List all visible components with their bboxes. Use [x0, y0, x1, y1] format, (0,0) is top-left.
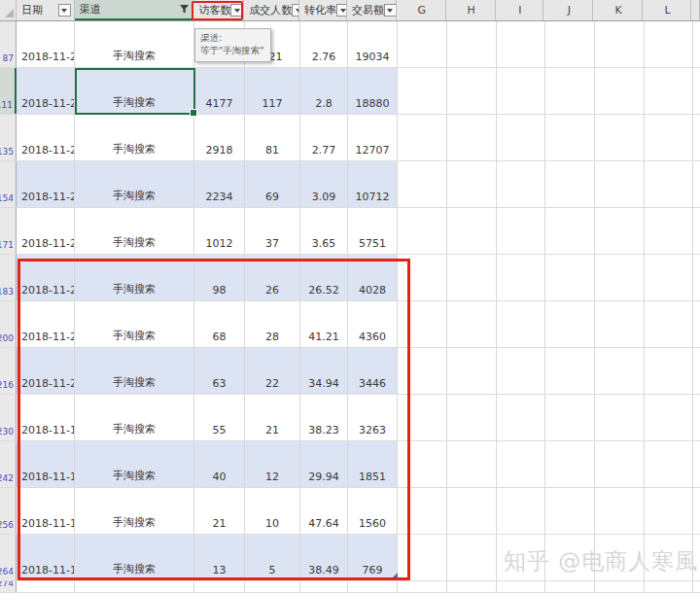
- cell-date[interactable]: 2018-11-25: [17, 115, 75, 160]
- cell-empty-j[interactable]: [545, 255, 595, 300]
- cell-empty-i[interactable]: [497, 208, 545, 254]
- cell-empty-k[interactable]: [595, 68, 645, 114]
- table-header-rate[interactable]: 转化率: [299, 0, 347, 20]
- table-header-buyers[interactable]: 成交人数: [244, 0, 299, 20]
- row-number[interactable]: 87: [0, 21, 17, 67]
- cell-empty-g[interactable]: [398, 115, 447, 160]
- cell-visitors[interactable]: 4177: [194, 68, 245, 114]
- cell-fill[interactable]: [693, 581, 700, 592]
- filter-dropdown-amount[interactable]: [384, 4, 397, 17]
- cell-empty-l[interactable]: [645, 488, 693, 534]
- row-number[interactable]: 264: [0, 535, 17, 580]
- cell-rate[interactable]: 3.65: [300, 208, 348, 254]
- cell-date[interactable]: [17, 581, 75, 592]
- cell-amount[interactable]: 5751: [348, 208, 398, 254]
- row-number[interactable]: 242: [0, 441, 17, 487]
- cell-fill[interactable]: [693, 395, 700, 440]
- cell-channel[interactable]: 手淘搜索: [75, 115, 194, 160]
- cell-empty-g[interactable]: [398, 208, 447, 254]
- cell-empty-k[interactable]: [595, 581, 645, 592]
- cell-empty-k[interactable]: [595, 255, 645, 300]
- row-number[interactable]: 111: [0, 68, 17, 114]
- column-header-k[interactable]: K: [593, 0, 643, 20]
- cell-empty-l[interactable]: [645, 255, 693, 300]
- cell-empty-i[interactable]: [497, 115, 545, 160]
- cell-empty-h[interactable]: [447, 395, 497, 440]
- cell-empty-k[interactable]: [595, 115, 645, 160]
- cell-empty-k[interactable]: [595, 208, 645, 254]
- cell-empty-l[interactable]: [645, 441, 693, 487]
- cell-empty-l[interactable]: [645, 348, 693, 394]
- cell-empty-k[interactable]: [595, 395, 645, 440]
- fill-handle[interactable]: [190, 109, 197, 117]
- cell-empty-l[interactable]: [645, 115, 693, 160]
- select-all-corner[interactable]: [0, 0, 17, 20]
- cell-fill[interactable]: [693, 115, 700, 160]
- cell-empty-l[interactable]: [645, 395, 693, 440]
- cell-empty-h[interactable]: [447, 68, 497, 114]
- column-header-g[interactable]: G: [397, 0, 446, 20]
- cell-empty-h[interactable]: [447, 441, 497, 487]
- cell-visitors[interactable]: [194, 581, 245, 592]
- cell-empty-j[interactable]: [545, 441, 595, 487]
- cell-rate[interactable]: 3.09: [300, 161, 348, 207]
- cell-empty-j[interactable]: [545, 115, 595, 160]
- cell-date[interactable]: 2018-11-26: [17, 68, 75, 114]
- column-header-j[interactable]: J: [543, 0, 593, 20]
- cell-empty-i[interactable]: [497, 68, 545, 114]
- cell-empty-h[interactable]: [447, 535, 497, 580]
- cell-buyers[interactable]: [245, 581, 300, 592]
- cell-date[interactable]: 2018-11-23: [17, 208, 75, 254]
- cell-empty-h[interactable]: [447, 161, 497, 207]
- cell-fill[interactable]: [693, 488, 700, 534]
- cell-empty-g[interactable]: [398, 161, 447, 207]
- cell-empty-i[interactable]: [497, 255, 545, 300]
- cell-fill[interactable]: [693, 68, 700, 114]
- filter-applied-funnel-icon[interactable]: [179, 4, 190, 15]
- column-header-i[interactable]: I: [496, 0, 544, 20]
- cell-rate[interactable]: [300, 581, 348, 592]
- cell-visitors[interactable]: 2918: [194, 115, 245, 160]
- table-header-channel[interactable]: 渠道: [75, 0, 194, 20]
- table-header-date[interactable]: 日期: [17, 0, 75, 20]
- cell-empty-k[interactable]: [595, 301, 645, 347]
- cell-buyers[interactable]: 117: [245, 68, 300, 114]
- cell-fill[interactable]: [693, 255, 700, 300]
- cell-empty-i[interactable]: [497, 21, 545, 67]
- row-number[interactable]: 274: [0, 581, 17, 592]
- cell-fill[interactable]: [693, 21, 700, 67]
- cell-empty-g[interactable]: [398, 21, 447, 67]
- cell-empty-h[interactable]: [447, 115, 497, 160]
- cell-empty-l[interactable]: [645, 161, 693, 207]
- cell-empty-j[interactable]: [545, 395, 595, 440]
- row-number[interactable]: 154: [0, 161, 17, 207]
- cell-visitors[interactable]: 1012: [194, 208, 245, 254]
- cell-empty-h[interactable]: [447, 21, 497, 67]
- cell-channel[interactable]: [75, 581, 194, 592]
- cell-fill[interactable]: [693, 301, 700, 347]
- cell-empty-j[interactable]: [545, 581, 595, 592]
- cell-empty-h[interactable]: [447, 488, 497, 534]
- cell-fill[interactable]: [693, 441, 700, 487]
- cell-buyers[interactable]: 69: [245, 161, 300, 207]
- cell-empty-l[interactable]: [645, 68, 693, 114]
- cell-empty-l[interactable]: [645, 208, 693, 254]
- cell-empty-h[interactable]: [447, 255, 497, 300]
- cell-date[interactable]: 2018-11-27: [17, 21, 75, 67]
- cell-empty-k[interactable]: [595, 161, 645, 207]
- cell-empty-k[interactable]: [595, 348, 645, 394]
- row-number[interactable]: 230: [0, 395, 17, 440]
- cell-empty-g[interactable]: [398, 68, 447, 114]
- cell-date[interactable]: 2018-11-24: [17, 161, 75, 207]
- cell-amount[interactable]: 10712: [348, 161, 398, 207]
- cell-empty-j[interactable]: [545, 21, 595, 67]
- cell-fill[interactable]: [693, 348, 700, 394]
- table-header-amount[interactable]: 交易额: [347, 0, 397, 20]
- cell-empty-h[interactable]: [447, 208, 497, 254]
- cell-amount[interactable]: 19034: [348, 21, 398, 67]
- filter-dropdown-rate[interactable]: [336, 4, 347, 17]
- cell-empty-i[interactable]: [497, 581, 545, 592]
- cell-amount[interactable]: 18880: [348, 68, 398, 114]
- row-number[interactable]: 216: [0, 348, 17, 394]
- cell-fill[interactable]: [693, 161, 700, 207]
